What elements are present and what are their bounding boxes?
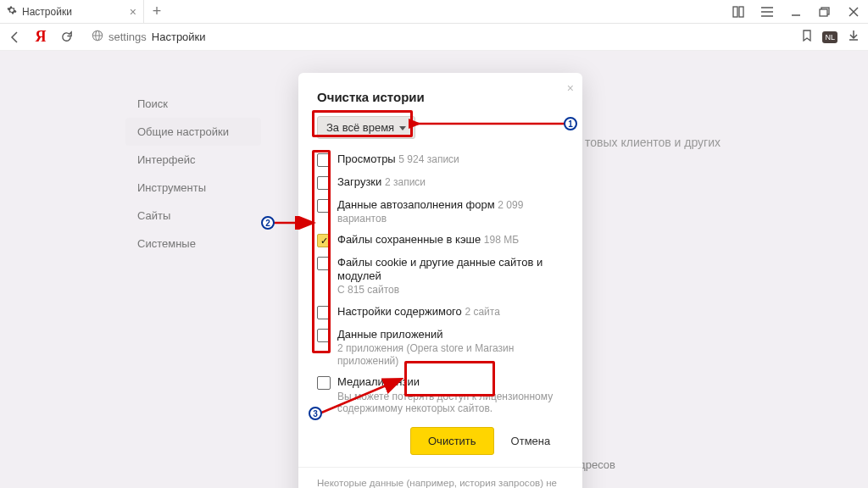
- toolbar-right: NL: [802, 30, 860, 45]
- sidebar-item-interface[interactable]: Интерфейс: [125, 146, 261, 174]
- window-controls: [724, 0, 868, 23]
- yandex-logo[interactable]: Я: [34, 30, 47, 44]
- sidebar-item-general[interactable]: Общие настройки: [125, 118, 261, 146]
- svg-rect-0: [733, 7, 737, 17]
- titlebar: Настройки × +: [0, 0, 868, 24]
- sidebar-item-system[interactable]: Системные: [125, 230, 261, 258]
- url-host: settings: [108, 30, 147, 43]
- settings-sidebar: Поиск Общие настройки Интерфейс Инструме…: [125, 90, 261, 258]
- svg-rect-7: [820, 9, 827, 16]
- new-tab-button[interactable]: +: [144, 0, 170, 23]
- address-bar-row: Я settings Настройки NL: [0, 24, 868, 51]
- back-button[interactable]: [8, 30, 22, 44]
- panel-icon[interactable]: [724, 0, 753, 23]
- globe-icon: [92, 30, 103, 44]
- background-text: товых клиентов и других: [585, 136, 721, 149]
- reload-button[interactable]: [59, 30, 73, 44]
- check-row-cache: ✓Файлы сохраненные в кэше 198 МБ: [317, 233, 564, 247]
- checkbox[interactable]: [317, 376, 331, 390]
- minimize-button[interactable]: [782, 0, 810, 23]
- check-row-content: Настройки содержимого 2 сайта: [317, 305, 564, 319]
- menu-icon[interactable]: [753, 0, 782, 23]
- annotation-box-clear: [404, 361, 495, 396]
- clear-button[interactable]: Очистить: [410, 427, 494, 455]
- close-dialog-button[interactable]: ×: [567, 81, 574, 95]
- annotation-box-range: [312, 110, 413, 137]
- dialog-actions: Очистить Отмена: [410, 427, 564, 455]
- close-tab-icon[interactable]: ×: [130, 5, 136, 19]
- sidebar-item-search[interactable]: Поиск: [125, 90, 261, 118]
- extension-badge[interactable]: NL: [822, 31, 837, 43]
- svg-rect-1: [739, 7, 743, 17]
- page-content: Поиск Общие настройки Интерфейс Инструме…: [0, 51, 868, 488]
- browser-tab[interactable]: Настройки ×: [0, 0, 144, 23]
- divider: [298, 467, 582, 468]
- sidebar-item-tools[interactable]: Инструменты: [125, 174, 261, 202]
- close-window-button[interactable]: [839, 0, 868, 23]
- url-path: Настройки: [152, 30, 206, 43]
- bookmark-icon[interactable]: [802, 30, 812, 45]
- gear-icon: [7, 5, 17, 18]
- annotation-box-checks: [312, 150, 331, 353]
- annotation-badge-2: 2: [261, 216, 275, 230]
- annotation-badge-1: 1: [564, 117, 577, 130]
- sidebar-item-sites[interactable]: Сайты: [125, 202, 261, 230]
- tab-title: Настройки: [22, 6, 72, 18]
- cancel-button[interactable]: Отмена: [506, 427, 556, 455]
- check-row-browsing: Просмотры 5 924 записи: [317, 152, 564, 167]
- maximize-button[interactable]: [810, 0, 839, 23]
- address-bar[interactable]: settings Настройки: [85, 30, 790, 44]
- check-row-autofill: Данные автозаполнения форм 2 099 вариант…: [317, 198, 564, 225]
- check-row-downloads: Загрузки 2 записи: [317, 175, 564, 190]
- check-row-cookies: Файлы cookie и другие данные сайтов и мо…: [317, 256, 564, 297]
- download-icon[interactable]: [848, 30, 860, 45]
- dialog-title: Очистка истории: [317, 90, 564, 104]
- annotation-badge-3: 3: [309, 407, 322, 420]
- disclaimer-text: Некоторые данные (например, история запр…: [317, 478, 564, 488]
